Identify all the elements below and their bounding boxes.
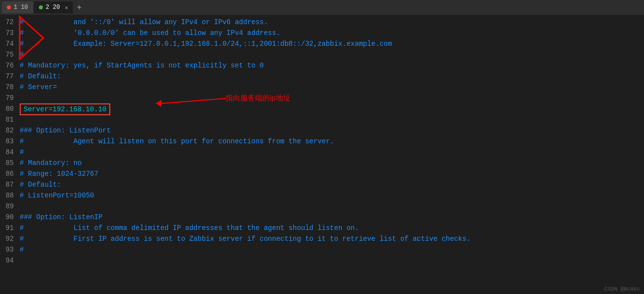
line-num-90: 90: [4, 212, 14, 223]
lines-wrapper: 7273747576777879808182838485868788899091…: [0, 15, 471, 294]
code-row-81: [20, 114, 471, 125]
line-num-83: 83: [4, 136, 14, 147]
code-column[interactable]: 指向服务端的ip地址 # and '::/0' will allow any I…: [19, 15, 471, 294]
server-value: Server=192.168.10.10: [20, 103, 110, 115]
code-row-72: # and '::/0' will allow any IPv4 or IPv6…: [20, 17, 471, 28]
tab-2[interactable]: 2 20 ✕: [34, 1, 73, 13]
code-row-77: # Default:: [20, 71, 471, 82]
line-num-85: 85: [4, 158, 14, 168]
code-row-82: ### Option: ListenPort: [20, 125, 471, 136]
line-num-79: 79: [4, 93, 14, 103]
code-row-91: # List of comma delimited IP addresses t…: [20, 223, 471, 233]
line-num-92: 92: [4, 233, 14, 244]
line-num-76: 76: [4, 60, 14, 71]
line-num-87: 87: [4, 179, 14, 190]
code-row-76: # Mandatory: yes, if StartAgents is not …: [20, 60, 471, 71]
line-num-94: 94: [4, 255, 14, 266]
code-row-79: [20, 93, 471, 103]
tab-label-1: 1 10: [14, 4, 28, 11]
code-row-75: #: [20, 49, 471, 60]
tab-label-2: 2 20: [46, 4, 60, 11]
line-num-77: 77: [4, 71, 14, 82]
code-row-87: # Default:: [20, 179, 471, 190]
line-num-89: 89: [4, 201, 14, 212]
line-numbers: 7273747576777879808182838485868788899091…: [0, 15, 19, 294]
line-num-91: 91: [4, 223, 14, 233]
code-row-90: ### Option: ListenIP: [20, 212, 471, 223]
code-row-88: # ListenPort=10050: [20, 190, 471, 201]
line-num-78: 78: [4, 82, 14, 93]
code-row-73: # '0.0.0.0/0' can be used to allow any I…: [20, 28, 471, 38]
code-row-83: # Agent will listen on this port for con…: [20, 136, 471, 147]
line-num-73: 73: [4, 28, 14, 38]
editor-area: 7273747576777879808182838485868788899091…: [0, 15, 644, 294]
line-num-82: 82: [4, 125, 14, 136]
line-num-88: 88: [4, 190, 14, 201]
code-row-78: # Server=: [20, 82, 471, 93]
code-row-89: [20, 201, 471, 212]
line-num-80: 80: [4, 103, 14, 114]
line-num-84: 84: [4, 147, 14, 158]
tab-bar: 1 10 2 20 ✕ +: [0, 0, 644, 15]
tab-dot-2: [39, 5, 43, 9]
code-row-93: #: [20, 244, 471, 255]
line-num-74: 74: [4, 38, 14, 49]
line-num-75: 75: [4, 49, 14, 60]
watermark: CSDN @BcAkc: [604, 286, 640, 292]
code-row-85: # Mandatory: no: [20, 158, 471, 168]
line-num-86: 86: [4, 168, 14, 179]
code-row-86: # Range: 1024-32767: [20, 168, 471, 179]
code-row-74: # Example: Server=127.0.0.1,192.168.1.0/…: [20, 38, 471, 49]
code-row-94: [20, 255, 471, 266]
tab-dot-1: [7, 5, 11, 9]
code-row-92: # First IP address is sent to Zabbix ser…: [20, 233, 471, 244]
tab-close-2[interactable]: ✕: [65, 4, 68, 11]
tab-1[interactable]: 1 10: [2, 1, 33, 13]
line-num-72: 72: [4, 17, 14, 28]
code-row-84: #: [20, 147, 471, 158]
line-num-81: 81: [4, 114, 14, 125]
code-row-80: Server=192.168.10.10: [20, 103, 471, 114]
line-num-93: 93: [4, 244, 14, 255]
add-tab-button[interactable]: +: [74, 1, 84, 13]
